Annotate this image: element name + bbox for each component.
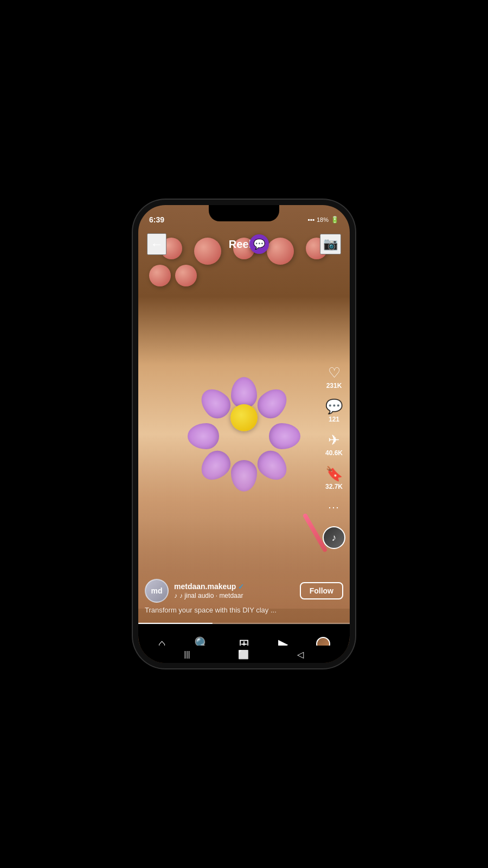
right-actions-panel: ♡ 231K 💬 121 ✈ 40.6K 🔖 32.7K ⋮ ♪	[323, 366, 345, 549]
comment-count: 121	[329, 416, 339, 423]
username-area: metdaan.makeup ✓ ♪ ♪ jinal audio · metda…	[174, 582, 294, 599]
like-button[interactable]: ♡ 231K	[326, 366, 342, 390]
battery-icon: 🔋	[331, 216, 339, 224]
flower-center	[230, 404, 258, 431]
back-gesture[interactable]: ◁	[297, 649, 304, 660]
heart-icon: ♡	[328, 366, 341, 380]
follow-button[interactable]: Follow	[300, 582, 343, 599]
phone-frame: 6:39 ▪▪▪ 18% 🔋	[138, 205, 350, 663]
back-button[interactable]: ←	[147, 233, 166, 255]
phone-screen: 6:39 ▪▪▪ 18% 🔋	[138, 205, 350, 663]
status-time: 6:39	[149, 215, 164, 224]
bookmark-icon: 🔖	[325, 467, 343, 481]
save-count: 32.7K	[325, 483, 343, 490]
share-count: 40.6K	[325, 449, 343, 457]
save-button[interactable]: 🔖 32.7K	[325, 467, 343, 490]
comment-icon: 💬	[325, 399, 343, 413]
camera-button[interactable]: 📷	[320, 234, 341, 254]
avatar[interactable]: md	[145, 579, 169, 603]
petal	[188, 423, 219, 449]
verified-badge: ✓	[238, 582, 245, 591]
share-icon: ✈	[328, 433, 340, 447]
petal	[269, 423, 300, 449]
user-row: md metdaan.makeup ✓ ♪ ♪ jinal audio · me…	[145, 579, 343, 603]
signal-icon: ▪▪▪	[307, 216, 314, 224]
messenger-button[interactable]: 💬	[249, 234, 269, 254]
more-options-button[interactable]: ⋮	[325, 500, 343, 516]
camera-icon: 📷	[323, 237, 338, 251]
avatar-initials: md	[151, 586, 163, 595]
music-disc-button[interactable]: ♪	[323, 526, 345, 549]
comment-button[interactable]: 💬 121	[325, 399, 343, 423]
notch	[209, 205, 279, 221]
more-dots-icon: ⋮	[325, 500, 343, 516]
status-icons: ▪▪▪ 18% 🔋	[307, 216, 339, 224]
username-label: metdaan.makeup	[174, 582, 236, 591]
petal	[252, 383, 293, 424]
music-note-icon: ♪	[174, 592, 177, 599]
home-gesture[interactable]: ⬜	[238, 649, 249, 660]
recent-apps-gesture[interactable]: |||	[184, 650, 190, 659]
audio-row[interactable]: ♪ ♪ jinal audio · metdaar	[174, 592, 294, 599]
messenger-icon: 💬	[253, 238, 265, 250]
battery-level: 18%	[317, 216, 329, 223]
top-header: ← Reels 💬 📷	[138, 229, 350, 259]
share-button[interactable]: ✈ 40.6K	[325, 433, 343, 457]
user-info-bar: md metdaan.makeup ✓ ♪ ♪ jinal audio · me…	[138, 579, 350, 620]
audio-label: ♪ jinal audio · metdaar	[179, 592, 243, 599]
username-row: metdaan.makeup ✓	[174, 582, 294, 591]
caption-text: Transform your space with this DIY clay …	[145, 606, 343, 614]
petal	[195, 383, 236, 424]
like-count: 231K	[326, 382, 342, 390]
music-note-icon: ♪	[332, 532, 337, 544]
clay-flower	[201, 374, 287, 461]
